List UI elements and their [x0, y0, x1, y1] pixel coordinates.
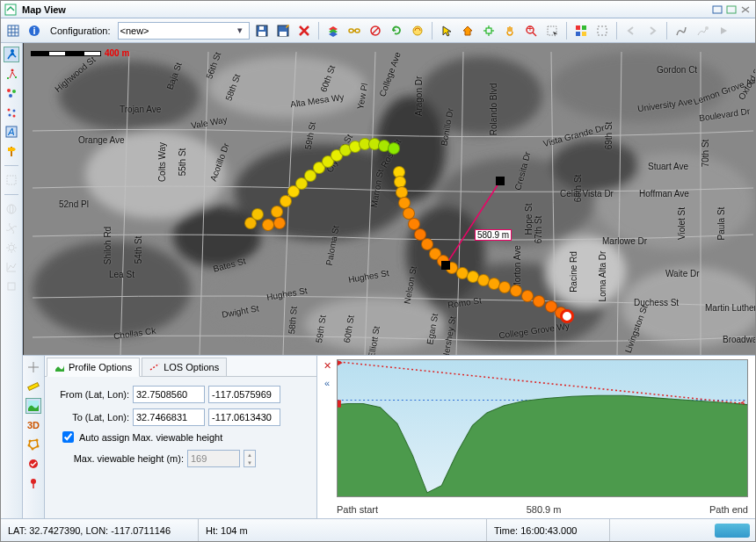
svg-rect-22: [576, 25, 580, 30]
tab-los-options[interactable]: LOS Options: [142, 358, 227, 377]
vehicle-marker[interactable]: [560, 309, 574, 323]
home-icon[interactable]: [459, 22, 476, 40]
layers-icon[interactable]: [324, 22, 342, 40]
target-icon[interactable]: [480, 22, 498, 40]
svg-point-32: [7, 89, 11, 92]
chart-icon[interactable]: [4, 259, 19, 275]
street-label: 67th St: [534, 216, 543, 244]
play-icon[interactable]: [715, 22, 732, 40]
scale-label: 400 m: [105, 48, 129, 58]
status-time: Time: 16:00:43.000: [487, 519, 610, 541]
info-icon[interactable]: i: [25, 22, 43, 40]
svg-point-60: [173, 206, 261, 267]
tab-label: Profile Options: [69, 362, 132, 372]
collapse-profile-icon[interactable]: «: [321, 377, 333, 389]
route2-icon[interactable]: [694, 22, 711, 40]
path-point: [388, 142, 400, 155]
3d-icon[interactable]: 3D: [25, 417, 41, 433]
main-toolbar: i Configuration: <new> ▾ +: [1, 18, 755, 43]
nav-back-icon[interactable]: [622, 22, 640, 40]
auto-assign-checkbox[interactable]: [62, 431, 74, 443]
path-point: [498, 281, 511, 293]
street-label: 69th St: [604, 122, 614, 150]
route-icon[interactable]: [672, 22, 690, 40]
los-icon[interactable]: [367, 22, 384, 40]
map-canvas[interactable]: 400 m Oxford StGordon CtLemon Grove AveU…: [23, 43, 755, 355]
sync-icon[interactable]: [409, 22, 426, 40]
markers2-icon[interactable]: [4, 105, 19, 120]
pin-icon[interactable]: [25, 475, 41, 491]
svg-line-15: [372, 27, 379, 34]
los-end-marker[interactable]: [441, 261, 450, 270]
polygon-icon[interactable]: [25, 437, 41, 452]
crosshair-icon[interactable]: [25, 359, 41, 375]
tab-profile-options[interactable]: Profile Options: [47, 358, 140, 377]
scale-bar: 400 m: [31, 48, 129, 58]
svg-rect-23: [582, 25, 586, 30]
svg-text:3D: 3D: [27, 420, 40, 430]
svg-rect-26: [598, 26, 607, 35]
main-area: A: [1, 43, 755, 518]
refresh-icon[interactable]: [388, 22, 405, 40]
svg-point-28: [11, 49, 14, 53]
close-button[interactable]: [739, 4, 752, 15]
close-profile-icon[interactable]: ✕: [321, 359, 333, 372]
minimize-button[interactable]: [711, 4, 723, 15]
nav-fwd-icon[interactable]: [643, 22, 661, 40]
palette-icon[interactable]: [572, 22, 590, 40]
street-label: Waite Dr: [665, 269, 700, 278]
svg-rect-80: [338, 400, 341, 407]
feature-icon[interactable]: [4, 278, 19, 294]
svg-text:+: +: [527, 25, 532, 33]
profile-tab-icon: [55, 362, 65, 372]
select-icon[interactable]: [543, 22, 561, 40]
elevation-chart[interactable]: [337, 359, 748, 497]
status-widget[interactable]: [708, 519, 755, 541]
selection-icon[interactable]: [4, 172, 19, 188]
to-lat-input[interactable]: [133, 408, 205, 426]
save-icon[interactable]: [253, 22, 271, 40]
globe-icon[interactable]: [4, 201, 19, 217]
grid-icon[interactable]: [4, 22, 22, 40]
font-icon[interactable]: A: [4, 124, 19, 140]
svg-point-72: [37, 445, 40, 448]
svg-rect-8: [259, 26, 264, 30]
svg-point-30: [7, 77, 9, 79]
pointer-icon[interactable]: [438, 22, 455, 40]
config-label: Configuration:: [50, 25, 111, 36]
save-as-icon[interactable]: [274, 22, 292, 40]
ruler-icon[interactable]: [25, 379, 41, 394]
street-label: Martin Luther: [705, 303, 755, 313]
signpost-icon[interactable]: [4, 143, 19, 159]
maximize-button[interactable]: [725, 4, 738, 15]
los-start-marker[interactable]: [496, 177, 505, 185]
to-lon-input[interactable]: [208, 408, 280, 426]
svg-line-79: [339, 362, 745, 404]
street-label: Violet St: [677, 207, 687, 240]
config-select[interactable]: <new> ▾: [118, 22, 250, 40]
markers-icon[interactable]: [4, 85, 19, 101]
max-height-spinner[interactable]: ▲▼: [244, 450, 256, 467]
svg-point-74: [28, 444, 31, 447]
street-label: Gordon Ct: [657, 65, 697, 75]
profile-icon[interactable]: [25, 398, 41, 414]
svg-point-34: [9, 94, 12, 98]
svg-point-65: [547, 236, 626, 307]
profile-options-form: From (Lat, Lon): To (Lat, Lon): Auto ass…: [45, 377, 316, 481]
boundary-icon[interactable]: [593, 22, 611, 40]
link-icon[interactable]: [345, 22, 363, 40]
zoom-area-icon[interactable]: +: [522, 22, 540, 40]
from-lon-input[interactable]: [208, 386, 280, 403]
runner-icon[interactable]: [4, 47, 19, 62]
svg-point-45: [9, 245, 14, 250]
gear-icon[interactable]: [4, 240, 19, 256]
fan-icon[interactable]: [4, 220, 19, 236]
clear-icon[interactable]: [25, 456, 41, 472]
delete-icon[interactable]: [295, 22, 313, 40]
from-lat-input[interactable]: [133, 386, 205, 403]
runner-dots-icon[interactable]: [4, 66, 19, 82]
pan-icon[interactable]: [501, 22, 519, 40]
separator: [4, 165, 18, 166]
svg-rect-1: [713, 6, 722, 13]
map-tools: A: [1, 43, 23, 518]
